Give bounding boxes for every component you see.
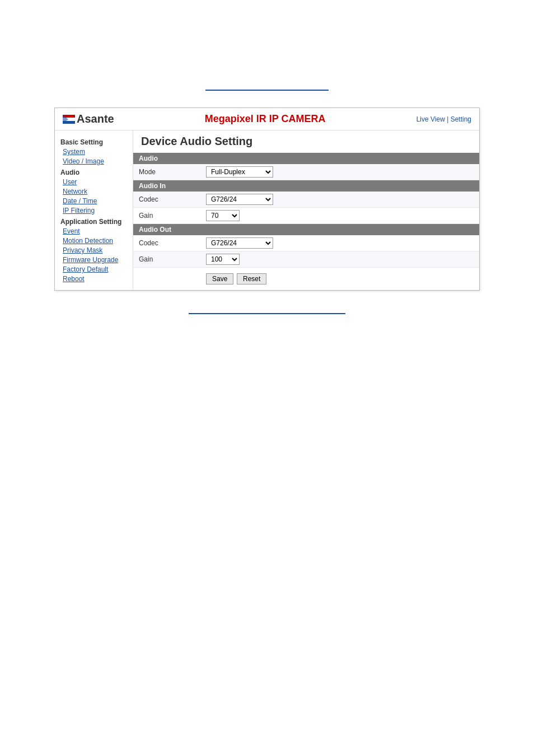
sidebar-item-date-time[interactable]: Date / Time <box>63 197 127 205</box>
audio-in-codec-value-cell: G726/24 G726/32 PCM AAC <box>200 192 479 208</box>
sidebar: Basic Setting System Video / Image Audio… <box>55 130 133 290</box>
audio-out-gain-value-cell: 10 20 30 40 50 60 70 80 90 100 <box>200 251 479 268</box>
application-setting-label: Application Setting <box>60 218 127 226</box>
audio-out-gain-select[interactable]: 10 20 30 40 50 60 70 80 90 100 <box>206 254 240 265</box>
sidebar-item-video-image[interactable]: Video / Image <box>63 157 127 165</box>
audio-out-codec-label: Codec <box>133 235 200 251</box>
audio-in-gain-label: Gain <box>133 208 200 224</box>
mode-select[interactable]: Full-Duplex Half-Duplex Disabled <box>206 166 273 178</box>
brand-icon <box>63 115 75 124</box>
brand-logo: Asante <box>63 113 114 125</box>
sidebar-item-motion-detection[interactable]: Motion Detection <box>63 237 127 245</box>
content-title: Device Audio Setting <box>133 130 479 153</box>
save-reset-row: Save Reset <box>133 268 479 291</box>
ui-body: Basic Setting System Video / Image Audio… <box>55 130 479 290</box>
audio-in-gain-row: Gain 10 20 30 40 50 60 70 80 <box>133 208 479 224</box>
sidebar-item-ip-filtering[interactable]: IP Filtering <box>63 207 127 214</box>
audio-in-codec-select[interactable]: G726/24 G726/32 PCM AAC <box>206 194 273 205</box>
audio-out-section-header: Audio Out <box>133 224 479 236</box>
nav-separator: | <box>447 115 448 123</box>
brand-name: Asante <box>77 113 114 125</box>
audio-section-label: Audio <box>60 169 127 176</box>
save-button[interactable]: Save <box>206 273 233 284</box>
audio-in-section-header: Audio In <box>133 180 479 192</box>
sidebar-item-firmware-upgrade[interactable]: Firmware Upgrade <box>63 256 127 264</box>
sidebar-item-event[interactable]: Event <box>63 227 127 235</box>
audio-in-codec-label: Codec <box>133 192 200 208</box>
audio-in-gain-value-cell: 10 20 30 40 50 60 70 80 90 100 <box>200 208 479 224</box>
basic-setting-label: Basic Setting <box>60 138 127 146</box>
mode-label: Mode <box>133 164 200 180</box>
sidebar-item-user[interactable]: User <box>63 178 127 186</box>
page-main-title: Megapixel IR IP CAMERA <box>114 113 416 125</box>
settings-table: Audio Mode Full-Duplex Half-Duplex Disab… <box>133 153 479 290</box>
audio-in-gain-select[interactable]: 10 20 30 40 50 60 70 80 90 100 <box>206 210 240 221</box>
header-nav: Live View | Setting <box>416 115 471 123</box>
audio-out-codec-row: Codec G726/24 G726/32 PCM AAC <box>133 235 479 251</box>
audio-header-cell: Audio <box>133 153 479 164</box>
mode-row: Mode Full-Duplex Half-Duplex Disabled <box>133 164 479 180</box>
ui-header: Asante Megapixel IR IP CAMERA Live View … <box>55 108 479 130</box>
camera-ui: Asante Megapixel IR IP CAMERA Live View … <box>54 108 480 291</box>
sidebar-item-system[interactable]: System <box>63 148 127 156</box>
audio-out-codec-value-cell: G726/24 G726/32 PCM AAC <box>200 235 479 251</box>
audio-out-gain-row: Gain 10 20 30 40 50 60 70 80 <box>133 251 479 268</box>
sidebar-item-network[interactable]: Network <box>63 188 127 195</box>
setting-link[interactable]: Setting <box>451 115 471 123</box>
audio-in-codec-row: Codec G726/24 G726/32 PCM AAC <box>133 192 479 208</box>
sidebar-item-privacy-mask[interactable]: Privacy Mask <box>63 246 127 254</box>
audio-section-header: Audio <box>133 153 479 164</box>
main-content: Device Audio Setting Audio Mode Full-Dup… <box>133 130 479 290</box>
audio-out-header-cell: Audio Out <box>133 224 479 236</box>
mode-value-cell: Full-Duplex Half-Duplex Disabled <box>200 164 479 180</box>
sidebar-item-reboot[interactable]: Reboot <box>63 275 127 283</box>
save-reset-label-cell <box>133 268 200 291</box>
reset-button[interactable]: Reset <box>237 273 266 284</box>
audio-out-gain-label: Gain <box>133 251 200 268</box>
audio-out-codec-select[interactable]: G726/24 G726/32 PCM AAC <box>206 237 273 249</box>
save-reset-buttons-cell: Save Reset <box>200 268 479 291</box>
live-view-link[interactable]: Live View <box>416 115 445 123</box>
audio-in-header-cell: Audio In <box>133 180 479 192</box>
sidebar-item-factory-default[interactable]: Factory Default <box>63 265 127 273</box>
